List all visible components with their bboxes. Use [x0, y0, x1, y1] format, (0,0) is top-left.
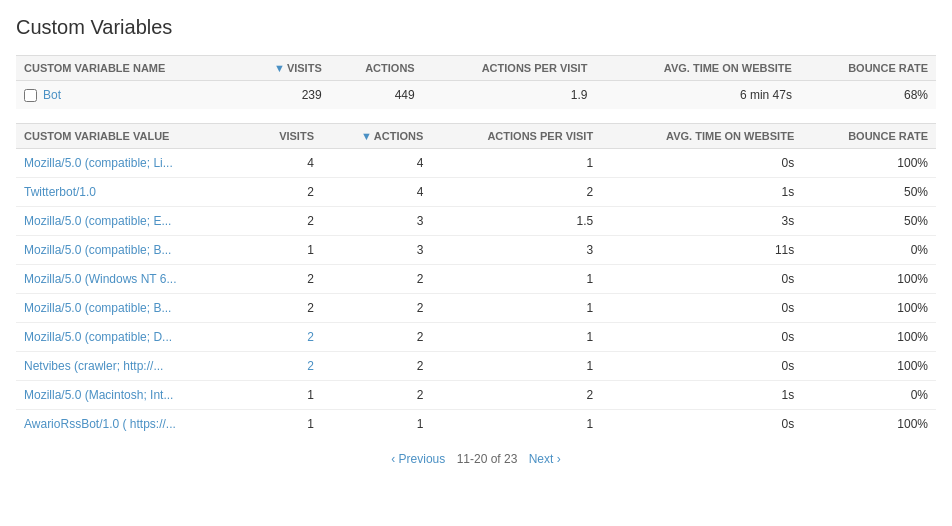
sort-icon: ▼: [274, 62, 285, 74]
cell-actions-per-visit: 1: [431, 265, 601, 294]
cell-actions-per-visit: 2: [431, 381, 601, 410]
cell-avg-time: 0s: [601, 265, 802, 294]
pagination-info: 11-20 of 23: [457, 452, 518, 466]
top-row-actions: 449: [330, 81, 423, 110]
col-header-bounce-rate[interactable]: BOUNCE RATE: [800, 56, 936, 81]
next-link[interactable]: Next ›: [529, 452, 561, 466]
cell-actions-per-visit: 1: [431, 352, 601, 381]
table-row: Mozilla/5.0 (Macintosh; Int...1221s0%: [16, 381, 936, 410]
value-link[interactable]: Mozilla/5.0 (compatible; D...: [24, 330, 172, 344]
top-row-visits: 239: [239, 81, 329, 110]
page-title: Custom Variables: [16, 16, 936, 39]
cell-avg-time: 11s: [601, 236, 802, 265]
cell-visits: 2: [251, 178, 322, 207]
cell-value: Netvibes (crawler; http://...: [16, 352, 251, 381]
col-header-visits[interactable]: ▼VISITS: [239, 56, 329, 81]
col-header-apv2[interactable]: ACTIONS PER VISIT: [431, 124, 601, 149]
value-link[interactable]: Mozilla/5.0 (compatible; E...: [24, 214, 171, 228]
cell-actions-per-visit: 1: [431, 149, 601, 178]
cell-avg-time: 0s: [601, 323, 802, 352]
cell-value: Mozilla/5.0 (compatible; Li...: [16, 149, 251, 178]
top-table-header: CUSTOM VARIABLE NAME ▼VISITS ACTIONS ACT…: [16, 56, 936, 81]
table-row: Mozilla/5.0 (Windows NT 6...2210s100%: [16, 265, 936, 294]
cell-bounce-rate: 100%: [802, 323, 936, 352]
cell-bounce-rate: 50%: [802, 178, 936, 207]
table-row: Mozilla/5.0 (compatible; Li...4410s100%: [16, 149, 936, 178]
row-checkbox[interactable]: [24, 89, 37, 102]
table-row: Twitterbot/1.02421s50%: [16, 178, 936, 207]
sort-icon2: ▼: [361, 130, 372, 142]
cell-bounce-rate: 50%: [802, 207, 936, 236]
cell-value: Mozilla/5.0 (compatible; B...: [16, 294, 251, 323]
cell-visits: 4: [251, 149, 322, 178]
top-row-actions-per-visit: 1.9: [423, 81, 596, 110]
value-link[interactable]: AwarioRssBot/1.0 ( https://...: [24, 417, 176, 431]
value-link[interactable]: Twitterbot/1.0: [24, 185, 96, 199]
visits-link[interactable]: 2: [307, 359, 314, 373]
value-link[interactable]: Mozilla/5.0 (compatible; B...: [24, 301, 171, 315]
cell-actions: 2: [322, 294, 431, 323]
cell-value: AwarioRssBot/1.0 ( https://...: [16, 410, 251, 439]
cell-value: Mozilla/5.0 (compatible; E...: [16, 207, 251, 236]
value-link[interactable]: Mozilla/5.0 (compatible; B...: [24, 243, 171, 257]
cell-value: Mozilla/5.0 (Macintosh; Int...: [16, 381, 251, 410]
cell-actions-per-visit: 1: [431, 294, 601, 323]
bottom-table: CUSTOM VARIABLE VALUE VISITS ▼ACTIONS AC…: [16, 123, 936, 438]
pagination: ‹ Previous 11-20 of 23 Next ›: [16, 452, 936, 466]
cell-bounce-rate: 100%: [802, 352, 936, 381]
cell-avg-time: 0s: [601, 294, 802, 323]
value-link[interactable]: Mozilla/5.0 (Windows NT 6...: [24, 272, 177, 286]
cell-avg-time: 1s: [601, 381, 802, 410]
table-row: Netvibes (crawler; http://...2210s100%: [16, 352, 936, 381]
top-row-name-link[interactable]: Bot: [43, 88, 61, 102]
cell-avg-time: 0s: [601, 410, 802, 439]
cell-actions-per-visit: 1.5: [431, 207, 601, 236]
cell-actions: 2: [322, 352, 431, 381]
col-header-value: CUSTOM VARIABLE VALUE: [16, 124, 251, 149]
col-header-visits2[interactable]: VISITS: [251, 124, 322, 149]
top-row-name: Bot: [16, 81, 239, 110]
value-link[interactable]: Netvibes (crawler; http://...: [24, 359, 163, 373]
table-row: Mozilla/5.0 (compatible; B...13311s0%: [16, 236, 936, 265]
cell-visits: 1: [251, 410, 322, 439]
cell-bounce-rate: 0%: [802, 381, 936, 410]
col-header-actions-per-visit[interactable]: ACTIONS PER VISIT: [423, 56, 596, 81]
cell-value: Mozilla/5.0 (compatible; D...: [16, 323, 251, 352]
top-row-bounce-rate: 68%: [800, 81, 936, 110]
col-header-name: CUSTOM VARIABLE NAME: [16, 56, 239, 81]
cell-visits: 2: [251, 294, 322, 323]
col-header-avgtime2[interactable]: AVG. TIME ON WEBSITE: [601, 124, 802, 149]
cell-bounce-rate: 100%: [802, 149, 936, 178]
cell-value: Twitterbot/1.0: [16, 178, 251, 207]
cell-bounce-rate: 100%: [802, 410, 936, 439]
cell-actions: 2: [322, 381, 431, 410]
cell-actions: 1: [322, 410, 431, 439]
cell-actions-per-visit: 3: [431, 236, 601, 265]
cell-actions: 2: [322, 323, 431, 352]
cell-visits: 1: [251, 381, 322, 410]
cell-avg-time: 0s: [601, 149, 802, 178]
cell-actions-per-visit: 1: [431, 410, 601, 439]
top-row-avg-time: 6 min 47s: [595, 81, 800, 110]
col-header-actions[interactable]: ACTIONS: [330, 56, 423, 81]
value-link[interactable]: Mozilla/5.0 (Macintosh; Int...: [24, 388, 173, 402]
cell-actions: 2: [322, 265, 431, 294]
visits-link[interactable]: 2: [307, 330, 314, 344]
cell-avg-time: 0s: [601, 352, 802, 381]
table-row: Mozilla/5.0 (compatible; E...231.53s50%: [16, 207, 936, 236]
col-header-actions2[interactable]: ▼ACTIONS: [322, 124, 431, 149]
cell-avg-time: 3s: [601, 207, 802, 236]
cell-actions: 3: [322, 207, 431, 236]
value-link[interactable]: Mozilla/5.0 (compatible; Li...: [24, 156, 173, 170]
top-table-row: Bot 239 449 1.9 6 min 47s 68%: [16, 81, 936, 110]
col-header-bounce2[interactable]: BOUNCE RATE: [802, 124, 936, 149]
cell-actions: 3: [322, 236, 431, 265]
table-row: AwarioRssBot/1.0 ( https://...1110s100%: [16, 410, 936, 439]
cell-visits: 2: [251, 352, 322, 381]
cell-bounce-rate: 100%: [802, 265, 936, 294]
col-header-avg-time[interactable]: AVG. TIME ON WEBSITE: [595, 56, 800, 81]
cell-visits: 1: [251, 236, 322, 265]
cell-value: Mozilla/5.0 (Windows NT 6...: [16, 265, 251, 294]
previous-link[interactable]: ‹ Previous: [391, 452, 445, 466]
cell-actions: 4: [322, 178, 431, 207]
